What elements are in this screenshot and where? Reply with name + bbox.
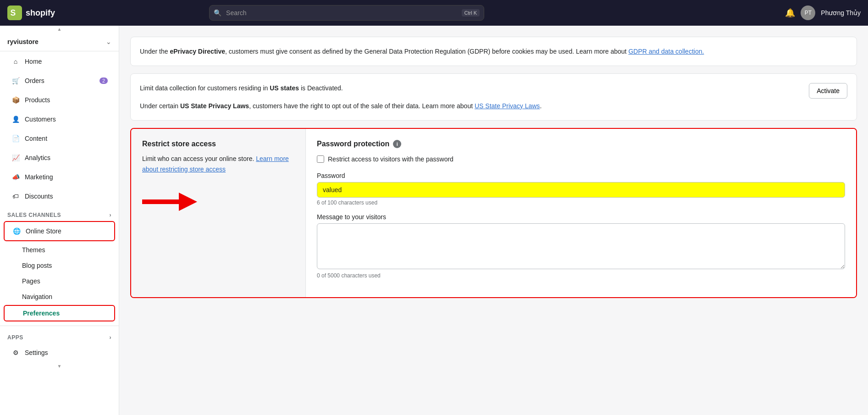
discounts-icon: 🏷 [11, 192, 20, 201]
us-state-privacy-link[interactable]: US State Privacy Laws [475, 102, 540, 110]
sidebar-item-home-label: Home [25, 58, 42, 65]
us-states-card: Limit data collection for customers resi… [130, 73, 857, 121]
orders-badge: 2 [100, 77, 108, 84]
sales-channels-expand-icon[interactable]: › [110, 212, 112, 218]
svg-text:S: S [10, 8, 16, 17]
sidebar-item-marketing[interactable]: 📣 Marketing [4, 168, 115, 186]
sidebar-sub-item-pages-label: Pages [22, 277, 40, 285]
restrict-left-panel: Restrict store access Limit who can acce… [131, 129, 305, 297]
restrict-access-checkbox[interactable] [317, 155, 324, 163]
restrict-section-desc: Limit who can access your online store. … [142, 154, 294, 174]
apps-header: Apps › [0, 330, 119, 343]
arrow-right-icon [142, 193, 197, 211]
restrict-learn-more-link[interactable]: Learn more about restricting store acces… [142, 155, 289, 172]
us-states-card-row: Limit data collection for customers resi… [140, 83, 847, 111]
top-bar: S shopify 🔍 Ctrl K 🔔 PT Phương Thủy [0, 0, 868, 26]
sidebar-sub-item-themes-label: Themes [22, 246, 45, 254]
settings-icon: ⚙ [11, 348, 20, 357]
sidebar-item-orders[interactable]: 🛒 Orders 2 [4, 72, 115, 90]
us-states-text2: Under certain US State Privacy Laws, cus… [140, 101, 542, 111]
sidebar-item-customers-label: Customers [25, 116, 56, 123]
sidebar-item-products[interactable]: 📦 Products [4, 91, 115, 109]
analytics-icon: 📈 [11, 153, 20, 162]
search-input[interactable] [209, 5, 484, 21]
sales-channels-header: Sales channels › [0, 206, 119, 220]
shopify-logo-icon: S [7, 6, 22, 20]
sidebar-sub-item-preferences-label: Preferences [23, 310, 60, 317]
sidebar-item-analytics[interactable]: 📈 Analytics [4, 149, 115, 167]
sidebar-sub-item-blog-posts-label: Blog posts [22, 262, 52, 269]
main-nav: ⌂ Home 🛒 Orders 2 📦 Products 👤 Customers [0, 51, 119, 206]
top-right-area: 🔔 PT Phương Thủy [785, 6, 861, 20]
search-icon: 🔍 [214, 9, 221, 17]
restrict-store-section: Restrict store access Limit who can acce… [130, 128, 857, 298]
gdpr-text: Under the ePrivacy Directive, customers … [140, 46, 847, 56]
info-icon[interactable]: i [393, 140, 401, 148]
restrict-right-panel: Password protection i Restrict access to… [305, 129, 856, 297]
sidebar-sub-item-preferences[interactable]: Preferences [4, 305, 115, 321]
sidebar-item-analytics-label: Analytics [25, 154, 50, 161]
password-input[interactable] [317, 182, 845, 198]
apps-label: Apps [7, 334, 23, 341]
sidebar-item-discounts[interactable]: 🏷 Discounts [4, 187, 115, 205]
sidebar-sub-item-navigation-label: Navigation [22, 293, 52, 300]
restrict-access-checkbox-row: Restrict access to visitors with the pas… [317, 155, 845, 163]
sidebar-item-discounts-label: Discounts [25, 193, 53, 200]
sidebar-sub-item-blog-posts[interactable]: Blog posts [4, 258, 115, 273]
sidebar-item-online-store[interactable]: 🌐 Online Store [4, 221, 115, 241]
sidebar-item-customers[interactable]: 👤 Customers [4, 110, 115, 128]
sidebar-item-settings[interactable]: ⚙ Settings [4, 343, 115, 362]
customers-icon: 👤 [11, 115, 20, 124]
bell-icon[interactable]: 🔔 [785, 8, 795, 18]
password-field-group: Password 6 of 100 characters used [317, 172, 845, 206]
store-selector[interactable]: ryviustore ⌄ [0, 33, 119, 51]
gdpr-link[interactable]: GDPR and data collection. [628, 48, 704, 55]
activate-button[interactable]: Activate [809, 83, 847, 99]
search-shortcut-badge: Ctrl K [462, 9, 480, 17]
store-name: ryviustore [7, 38, 39, 45]
sidebar-item-content[interactable]: 📄 Content [4, 129, 115, 148]
svg-rect-2 [142, 199, 179, 204]
password-protection-header: Password protection i [317, 140, 845, 148]
sidebar-item-online-store-label: Online Store [26, 227, 61, 235]
home-icon: ⌂ [11, 57, 20, 66]
sidebar-divider [0, 326, 119, 326]
scroll-up-arrow[interactable]: ▲ [0, 26, 119, 33]
message-char-count: 0 of 5000 characters used [317, 272, 845, 279]
password-label: Password [317, 172, 845, 179]
sidebar: ▲ ryviustore ⌄ ⌂ Home 🛒 Orders 2 📦 [0, 26, 119, 415]
content-cards: Under the ePrivacy Directive, customers … [130, 37, 857, 298]
activate-btn-area: Activate [809, 83, 847, 99]
app-layout: S shopify 🔍 Ctrl K 🔔 PT Phương Thủy ▲ ry… [0, 0, 868, 415]
sidebar-sub-item-navigation[interactable]: Navigation [4, 289, 115, 304]
sales-channels-label: Sales channels [7, 212, 61, 218]
sidebar-item-content-label: Content [25, 135, 47, 142]
svg-marker-3 [179, 193, 197, 211]
online-store-icon: 🌐 [12, 227, 21, 236]
password-protection-title-text: Password protection [317, 140, 389, 148]
marketing-icon: 📣 [11, 172, 20, 182]
gdpr-card: Under the ePrivacy Directive, customers … [130, 37, 857, 66]
sidebar-item-orders-label: Orders [25, 77, 44, 84]
sidebar-sub-item-pages[interactable]: Pages [4, 274, 115, 288]
main-layout: ▲ ryviustore ⌄ ⌂ Home 🛒 Orders 2 📦 [0, 26, 868, 415]
orders-icon: 🛒 [11, 76, 20, 85]
password-char-count: 6 of 100 characters used [317, 199, 845, 206]
message-textarea[interactable] [317, 223, 845, 269]
arrow-container [142, 193, 294, 211]
scroll-down-arrow[interactable]: ▼ [0, 363, 119, 370]
sidebar-item-home[interactable]: ⌂ Home [4, 52, 115, 71]
search-bar: 🔍 Ctrl K [209, 5, 484, 21]
content-area: Under the ePrivacy Directive, customers … [119, 26, 868, 415]
message-field-group: Message to your visitors 0 of 5000 chara… [317, 213, 845, 279]
us-states-text1: Limit data collection for customers resi… [140, 83, 542, 93]
avatar: PT [801, 6, 815, 20]
us-states-text-area: Limit data collection for customers resi… [140, 83, 542, 111]
sidebar-item-marketing-label: Marketing [25, 173, 53, 181]
restrict-section-title: Restrict store access [142, 140, 294, 148]
apps-expand-icon[interactable]: › [110, 334, 112, 341]
sidebar-item-products-label: Products [25, 96, 50, 104]
logo-text: shopify [26, 8, 55, 18]
sidebar-sub-item-themes[interactable]: Themes [4, 243, 115, 257]
chevron-down-icon: ⌄ [106, 38, 111, 45]
